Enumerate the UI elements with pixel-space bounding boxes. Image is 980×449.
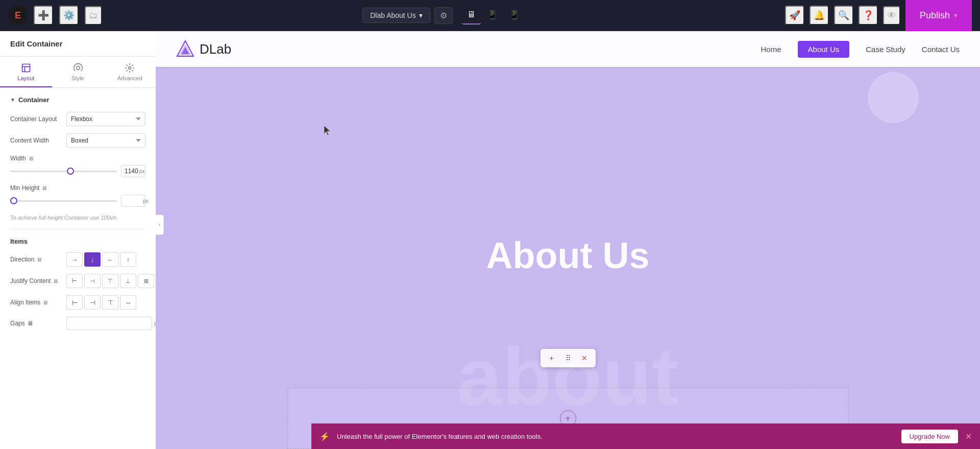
gaps-input[interactable] xyxy=(66,317,152,330)
direction-field: Direction 🖥 → ↓ ← ↑ xyxy=(10,252,145,267)
tab-layout[interactable]: Layout xyxy=(0,57,52,87)
hero-title: About Us xyxy=(486,234,650,276)
elementor-logo[interactable]: E xyxy=(8,6,28,25)
width-slider-row: 1140 px xyxy=(10,165,145,177)
container-layout-label: Container Layout xyxy=(10,115,66,123)
justify-center-button[interactable]: ⊣ xyxy=(84,274,101,288)
page-name-label: Dlab About Us xyxy=(370,11,416,19)
align-monitor-icon: 🖥 xyxy=(42,299,48,305)
preview-nav: DLab Home About Us Case Study Contact Us xyxy=(156,31,980,67)
justify-space-between-button[interactable]: ⊥ xyxy=(120,274,136,288)
align-center-button[interactable]: ⊣ xyxy=(84,295,101,310)
search-button[interactable]: 🔍 xyxy=(834,6,853,25)
gaps-label: Gaps 🖥 xyxy=(10,320,66,327)
nav-link-home[interactable]: Home xyxy=(761,45,781,54)
page-name-button[interactable]: Dlab About Us ▾ xyxy=(362,8,430,23)
container-arrow-icon: ▼ xyxy=(10,97,15,103)
nav-link-contact[interactable]: Contact Us xyxy=(922,45,960,54)
publish-chevron-icon: ▾ xyxy=(954,11,958,19)
panel-collapse-button[interactable]: ‹ xyxy=(156,215,164,235)
direction-left-button[interactable]: ← xyxy=(102,252,118,267)
gaps-input-wrap: px xyxy=(66,317,156,330)
upgrade-now-button[interactable]: Upgrade Now xyxy=(901,430,959,443)
justify-monitor-icon: 🖥 xyxy=(53,278,58,284)
elementor-bolt-icon: ⚡ xyxy=(320,432,330,441)
top-bar: E ➕ ⚙️ 🗂 Dlab About Us ▾ ⚙ 🖥 📱 📱 🚀 🔔 🔍 ❓… xyxy=(0,0,980,31)
section-toolbar: + ⠿ ✕ xyxy=(541,349,596,367)
direction-label: Direction 🖥 xyxy=(10,256,66,263)
top-bar-right: 🚀 🔔 🔍 ❓ 👁 Publish ▾ xyxy=(785,0,972,31)
width-slider-field: Width 🖥 1140 px xyxy=(10,155,145,177)
align-stretch-button[interactable]: ↔ xyxy=(120,295,136,310)
add-element-button[interactable]: ➕ xyxy=(34,6,53,25)
notifications-button[interactable]: 🔔 xyxy=(810,6,829,25)
gaps-field: Gaps 🖥 px xyxy=(10,317,145,330)
content-width-select[interactable]: Boxed Full Width xyxy=(66,133,145,148)
svg-point-3 xyxy=(76,66,80,70)
rocket-icon-button[interactable]: 🚀 xyxy=(785,6,804,25)
justify-space-around-button[interactable]: ⊞ xyxy=(138,274,154,288)
preview-button[interactable]: 👁 xyxy=(883,6,900,25)
justify-end-button[interactable]: ⊤ xyxy=(102,274,118,288)
direction-buttons: → ↓ ← ↑ xyxy=(66,252,136,267)
min-height-slider-row: px xyxy=(10,195,145,207)
settings-panel-button[interactable]: ⚙️ xyxy=(59,6,79,25)
content-width-field: Content Width Boxed Full Width xyxy=(10,133,145,148)
direction-up-button[interactable]: ↑ xyxy=(120,252,136,267)
publish-label: Publish xyxy=(920,10,950,21)
min-height-slider[interactable] xyxy=(10,200,117,202)
min-height-input[interactable] xyxy=(125,197,142,204)
tab-style[interactable]: Style xyxy=(52,57,104,87)
help-button[interactable]: ❓ xyxy=(859,6,878,25)
container-section-title[interactable]: ▼ Container xyxy=(10,96,145,104)
advanced-tab-label: Advanced xyxy=(117,75,142,81)
svg-rect-0 xyxy=(22,64,30,72)
direction-right-button[interactable]: → xyxy=(66,252,83,267)
layers-button[interactable]: 🗂 xyxy=(85,6,102,25)
delete-section-button[interactable]: ✕ xyxy=(577,351,592,365)
panel-tabs: Layout Style Advanced xyxy=(0,57,156,88)
desktop-device-button[interactable]: 🖥 xyxy=(462,7,481,25)
container-layout-select[interactable]: Flexbox Grid xyxy=(66,112,145,126)
min-height-value: px xyxy=(121,195,145,207)
logo-char: E xyxy=(15,10,21,21)
items-section-title: Items xyxy=(10,238,145,245)
width-value: 1140 px xyxy=(121,165,145,177)
container-hint: To achieve full height Container use 100… xyxy=(10,214,145,222)
width-label: Width 🖥 xyxy=(10,155,66,162)
min-height-label: Min Height 🖥 xyxy=(10,184,66,192)
device-switcher: 🖥 📱 📱 xyxy=(462,7,525,25)
chevron-down-icon: ▾ xyxy=(419,11,423,19)
align-items-field: Align Items 🖥 ⊢ ⊣ ⊤ ↔ xyxy=(10,295,145,310)
preview-logo: DLab xyxy=(176,40,231,58)
tab-advanced[interactable]: Advanced xyxy=(104,57,156,87)
canvas-area: DLab Home About Us Case Study Contact Us… xyxy=(156,31,980,449)
align-end-button[interactable]: ⊤ xyxy=(102,295,118,310)
main-layout: Edit Container Layout Style Advanced ▼ C… xyxy=(0,31,980,449)
layout-tab-label: Layout xyxy=(17,75,34,81)
nav-link-case-study[interactable]: Case Study xyxy=(866,45,905,54)
align-items-label: Align Items 🖥 xyxy=(10,299,66,306)
panel-title: Edit Container xyxy=(0,31,156,57)
width-slider[interactable] xyxy=(10,171,117,172)
align-start-button[interactable]: ⊢ xyxy=(66,295,83,310)
justify-start-button[interactable]: ⊢ xyxy=(66,274,83,288)
dismiss-notification-button[interactable]: ✕ xyxy=(965,432,972,441)
page-settings-button[interactable]: ⚙ xyxy=(434,7,453,24)
mobile-device-button[interactable]: 📱 xyxy=(504,7,525,25)
bottom-notification-bar: ⚡ Unleash the full power of Elementor's … xyxy=(311,423,980,449)
preview-site: DLab Home About Us Case Study Contact Us… xyxy=(156,31,980,449)
top-bar-center: Dlab About Us ▾ ⚙ 🖥 📱 📱 xyxy=(102,7,785,25)
publish-button[interactable]: Publish ▾ xyxy=(905,0,972,31)
left-panel: Edit Container Layout Style Advanced ▼ C… xyxy=(0,31,156,449)
logo-text: DLab xyxy=(200,41,231,57)
nav-link-about[interactable]: About Us xyxy=(798,41,850,58)
top-bar-left: E ➕ ⚙️ 🗂 xyxy=(8,6,102,25)
preview-nav-links: Home About Us Case Study Contact Us xyxy=(761,41,960,58)
panel-body: ▼ Container Container Layout Flexbox Gri… xyxy=(0,88,156,449)
container-layout-field: Container Layout Flexbox Grid xyxy=(10,112,145,126)
direction-down-button[interactable]: ↓ xyxy=(84,252,101,267)
tablet-device-button[interactable]: 📱 xyxy=(482,7,503,25)
add-section-button[interactable]: + xyxy=(545,351,559,365)
move-section-button[interactable]: ⠿ xyxy=(561,351,575,365)
